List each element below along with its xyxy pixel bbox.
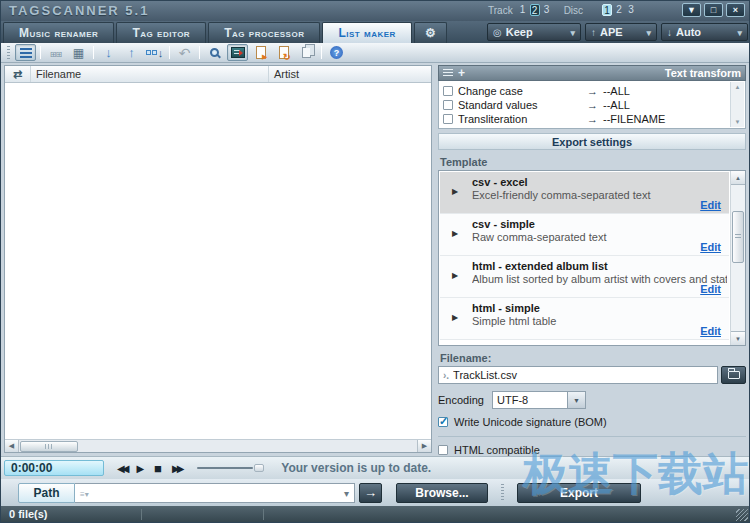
volume-slider[interactable] bbox=[197, 467, 253, 469]
help-button[interactable] bbox=[326, 44, 347, 61]
path-combo[interactable] bbox=[75, 483, 355, 503]
title-bar: TAGSCANNER 5.1 Track 1 2 3 Disc 1 2 3 ▼ … bbox=[1, 1, 749, 21]
transform-scrollbar[interactable] bbox=[730, 82, 744, 127]
move-up-button[interactable] bbox=[121, 44, 142, 61]
bom-option[interactable]: Write Unicode signature (BOM) bbox=[438, 416, 746, 428]
scroll-up-button[interactable] bbox=[731, 171, 745, 185]
track-digit-2[interactable]: 2 bbox=[530, 4, 540, 16]
template-insert-icon[interactable] bbox=[443, 369, 449, 381]
shuffle-column-header[interactable] bbox=[5, 66, 31, 82]
view-grid-large-button[interactable] bbox=[68, 44, 89, 61]
tab-tag-processor[interactable]: Tag processor bbox=[208, 22, 320, 43]
go-button[interactable]: → bbox=[359, 483, 382, 503]
keep-icon: ◎ bbox=[493, 27, 502, 38]
minimize-button[interactable]: ▼ bbox=[682, 3, 701, 17]
browse-button[interactable]: Browse... bbox=[396, 483, 488, 503]
chevron-down-icon bbox=[733, 26, 742, 38]
edit-link[interactable]: Edit bbox=[700, 283, 721, 295]
add-icon[interactable] bbox=[458, 66, 465, 80]
view-grid-small-button[interactable] bbox=[45, 44, 66, 61]
checkbox[interactable] bbox=[438, 445, 448, 455]
checkbox[interactable] bbox=[443, 86, 453, 96]
scrollbar-thumb[interactable] bbox=[20, 441, 78, 452]
down-arrow-icon: ↓ bbox=[667, 27, 672, 38]
path-history-icon[interactable] bbox=[80, 487, 89, 499]
read-tag-dropdown[interactable]: ↑ APE bbox=[585, 23, 657, 41]
tab-bar: Music renamer Tag editor Tag processor L… bbox=[1, 21, 749, 43]
template-label: Template bbox=[440, 156, 744, 168]
grid-outline-icon bbox=[50, 47, 61, 59]
edit-link[interactable]: Edit bbox=[700, 241, 721, 253]
tab-list-maker[interactable]: List maker bbox=[322, 22, 411, 43]
scroll-up-icon[interactable] bbox=[735, 84, 741, 90]
scroll-right-button[interactable] bbox=[417, 440, 431, 452]
checkbox[interactable] bbox=[443, 114, 453, 124]
scroll-left-button[interactable] bbox=[5, 440, 19, 452]
browse-folder-button[interactable] bbox=[721, 366, 746, 384]
close-icon: × bbox=[733, 5, 738, 15]
transform-row-change-case[interactable]: Change case --ALL bbox=[443, 84, 728, 98]
filename-column-header[interactable]: Filename bbox=[31, 66, 269, 82]
html-compatible-option[interactable]: HTML compatible bbox=[438, 444, 746, 456]
main-toolbar bbox=[1, 43, 749, 63]
scroll-down-button[interactable] bbox=[731, 331, 745, 345]
artist-column-header[interactable]: Artist bbox=[269, 66, 431, 82]
template-scrollbar[interactable] bbox=[730, 171, 745, 345]
scroll-down-icon[interactable] bbox=[735, 119, 741, 125]
undo-button[interactable] bbox=[174, 44, 195, 61]
disc-digit-3[interactable]: 3 bbox=[626, 4, 636, 16]
track-digit-3[interactable]: 3 bbox=[542, 4, 552, 16]
write-tag-dropdown[interactable]: ↓ Auto bbox=[661, 23, 748, 41]
encoding-dropdown-button[interactable] bbox=[568, 391, 586, 409]
export-list-button[interactable] bbox=[227, 44, 248, 61]
tab-music-renamer[interactable]: Music renamer bbox=[3, 22, 114, 43]
close-button[interactable]: × bbox=[726, 3, 745, 17]
file-table-body[interactable] bbox=[5, 83, 431, 439]
rewind-button[interactable] bbox=[117, 463, 126, 474]
export-panel: Text transform Change case --ALL Standar… bbox=[438, 65, 746, 452]
edit-link[interactable]: Edit bbox=[700, 199, 721, 211]
resize-grip[interactable] bbox=[736, 509, 748, 521]
search-button[interactable] bbox=[204, 44, 225, 61]
maximize-button[interactable]: □ bbox=[704, 3, 723, 17]
tab-tag-editor[interactable]: Tag editor bbox=[116, 22, 206, 43]
down-arrow-icon bbox=[105, 45, 112, 60]
template-item-html-extended[interactable]: html - extended album list Album list so… bbox=[440, 256, 729, 298]
view-details-button[interactable] bbox=[15, 44, 36, 61]
checkbox[interactable] bbox=[438, 417, 448, 427]
export-button[interactable]: Export bbox=[517, 483, 641, 503]
toolbar-separator bbox=[321, 46, 322, 59]
move-down-button[interactable] bbox=[98, 44, 119, 61]
tagscanner-window: TAGSCANNER 5.1 Track 1 2 3 Disc 1 2 3 ▼ … bbox=[0, 0, 750, 523]
convert-file-button[interactable] bbox=[273, 44, 294, 61]
play-file-button[interactable] bbox=[250, 44, 271, 61]
checkbox[interactable] bbox=[443, 100, 453, 110]
filename-input[interactable] bbox=[453, 369, 713, 381]
template-item-csv-excel[interactable]: csv - excel Excel-friendly comma-separat… bbox=[440, 172, 729, 214]
fast-forward-button[interactable] bbox=[172, 463, 181, 474]
disc-digit-1[interactable]: 1 bbox=[602, 4, 612, 16]
toolbar-grip[interactable] bbox=[7, 46, 10, 59]
template-item-csv-simple[interactable]: csv - simple Raw comma-separated text Ed… bbox=[440, 214, 729, 256]
copy-button[interactable] bbox=[296, 44, 317, 61]
transform-row-standard-values[interactable]: Standard values --ALL bbox=[443, 98, 728, 112]
disc-digit-2[interactable]: 2 bbox=[614, 4, 624, 16]
stop-button[interactable] bbox=[154, 461, 162, 476]
edit-link[interactable]: Edit bbox=[700, 325, 721, 337]
volume-thumb[interactable] bbox=[254, 464, 264, 472]
tab-settings[interactable] bbox=[414, 22, 447, 43]
sort-button[interactable] bbox=[144, 44, 165, 61]
chevron-down-icon bbox=[642, 26, 651, 38]
keep-mode-dropdown[interactable]: ◎ Keep bbox=[487, 23, 581, 41]
template-item-html-simple[interactable]: html - simple Simple html table Edit bbox=[440, 298, 729, 340]
transform-row-transliteration[interactable]: Transliteration --FILENAME bbox=[443, 112, 728, 126]
list-icon[interactable] bbox=[443, 69, 453, 78]
horizontal-scrollbar[interactable] bbox=[5, 439, 431, 452]
encoding-select[interactable]: UTF-8 bbox=[492, 391, 568, 409]
chevron-down-icon[interactable] bbox=[344, 487, 349, 499]
playback-time: 0:00:00 bbox=[4, 460, 104, 476]
path-button[interactable]: Path bbox=[18, 483, 75, 503]
scrollbar-thumb[interactable] bbox=[732, 211, 744, 263]
track-digit-1[interactable]: 1 bbox=[518, 4, 528, 16]
play-button[interactable] bbox=[136, 463, 144, 474]
